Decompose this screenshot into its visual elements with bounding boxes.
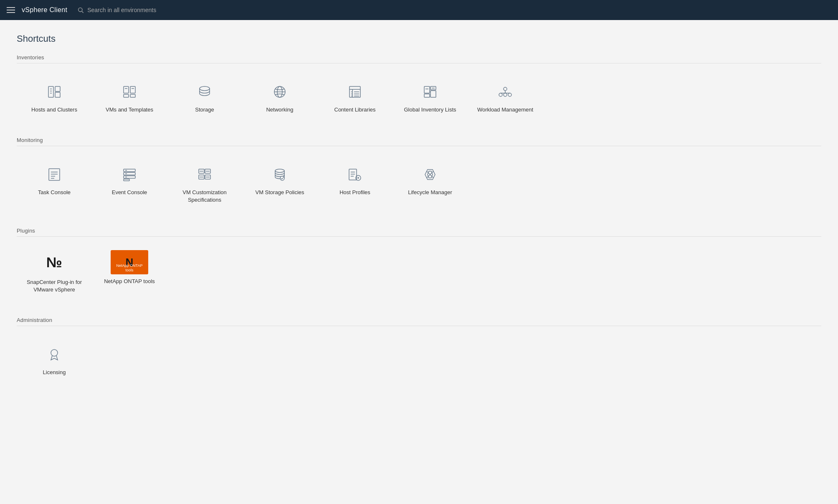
networking-icon	[270, 82, 290, 102]
shortcut-snapcenter[interactable]: № SnapCenter Plug-in forVMware vSphere	[17, 247, 92, 302]
shortcut-global-inventory[interactable]: Global Inventory Lists	[392, 73, 468, 122]
svg-point-34	[499, 93, 502, 96]
content-libraries-label: Content Libraries	[334, 106, 376, 114]
section-divider-administration	[17, 326, 821, 326]
shortcut-storage[interactable]: Storage	[167, 73, 242, 122]
topbar: vSphere Client Search in all environment…	[0, 0, 838, 20]
event-console-label: Event Console	[112, 189, 147, 196]
svg-rect-2	[48, 86, 53, 97]
app-name: vSphere Client	[22, 6, 67, 14]
svg-point-62	[275, 169, 284, 172]
section-administration: Administration Licensing	[17, 317, 821, 385]
snapcenter-icon: №	[35, 250, 73, 275]
lifecycle-manager-icon	[420, 165, 440, 185]
svg-rect-27	[424, 86, 430, 93]
event-console-icon	[119, 165, 139, 185]
search-placeholder: Search in all environments	[87, 7, 156, 13]
host-profiles-icon	[345, 165, 365, 185]
svg-point-36	[504, 93, 507, 96]
shortcut-netapp-ontap[interactable]: N NetApp ONTAP tools NetApp ONTAP tools	[92, 247, 167, 302]
svg-point-14	[200, 86, 210, 91]
section-monitoring: Monitoring Task Console	[17, 137, 821, 212]
section-inventories: Inventories Hosts and Clusters	[17, 54, 821, 122]
section-divider-inventories	[17, 63, 821, 63]
content-libraries-icon	[345, 82, 365, 102]
netapp-tile-label: NetApp ONTAP tools	[111, 263, 148, 273]
section-label-monitoring: Monitoring	[17, 137, 821, 143]
shortcut-networking[interactable]: Networking	[242, 73, 317, 122]
shortcut-workload-management[interactable]: Workload Management	[468, 73, 543, 122]
search-bar[interactable]: Search in all environments	[77, 7, 156, 13]
section-divider-monitoring	[17, 146, 821, 146]
svg-rect-10	[124, 94, 129, 97]
vms-templates-icon	[119, 82, 139, 102]
section-divider-plugins	[17, 236, 821, 237]
svg-rect-4	[55, 92, 60, 97]
shortcut-host-profiles[interactable]: Host Profiles	[317, 156, 392, 212]
storage-icon	[195, 82, 215, 102]
svg-rect-64	[349, 169, 357, 180]
global-inventory-label: Global Inventory Lists	[404, 106, 456, 114]
workload-management-icon	[495, 82, 515, 102]
netapp-tile: N NetApp ONTAP tools	[111, 250, 148, 274]
hosts-clusters-icon	[44, 82, 64, 102]
shortcut-licensing[interactable]: Licensing	[17, 336, 92, 385]
licensing-icon	[44, 344, 64, 365]
shortcut-hosts-clusters[interactable]: Hosts and Clusters	[17, 73, 92, 122]
vms-templates-label: VMs and Templates	[106, 106, 153, 114]
section-label-plugins: Plugins	[17, 228, 821, 234]
svg-point-35	[508, 93, 511, 96]
section-label-inventories: Inventories	[17, 54, 821, 61]
shortcut-task-console[interactable]: Task Console	[17, 156, 92, 212]
svg-point-0	[78, 8, 82, 12]
administration-grid: Licensing	[17, 336, 821, 385]
svg-rect-8	[124, 86, 129, 93]
lifecycle-manager-label: Lifecycle Manager	[408, 189, 452, 196]
vm-storage-policies-label: VM Storage Policies	[255, 189, 304, 196]
shortcut-vm-customization[interactable]: VM CustomizationSpecifications	[167, 156, 242, 212]
svg-point-73	[51, 350, 58, 356]
svg-rect-30	[430, 91, 436, 97]
licensing-label: Licensing	[43, 369, 66, 376]
vm-storage-policies-icon	[270, 165, 290, 185]
svg-rect-9	[130, 86, 135, 93]
svg-line-1	[82, 11, 84, 13]
networking-label: Networking	[266, 106, 293, 114]
shortcut-vm-storage-policies[interactable]: VM Storage Policies	[242, 156, 317, 212]
page-title: Shortcuts	[17, 33, 821, 44]
hosts-clusters-label: Hosts and Clusters	[31, 106, 77, 114]
host-profiles-label: Host Profiles	[339, 189, 370, 196]
main-content: Shortcuts Inventories Hosts and Clusters	[0, 20, 838, 504]
svg-rect-11	[130, 94, 135, 97]
task-console-icon	[44, 165, 64, 185]
svg-rect-28	[424, 94, 430, 97]
svg-rect-3	[55, 86, 60, 91]
inventories-grid: Hosts and Clusters VMs and Templates	[17, 73, 821, 122]
section-label-administration: Administration	[17, 317, 821, 323]
netapp-label: NetApp ONTAP tools	[104, 278, 155, 285]
shortcut-vms-templates[interactable]: VMs and Templates	[92, 73, 167, 122]
svg-point-33	[504, 87, 507, 91]
section-plugins: Plugins № SnapCenter Plug-in forVMware v…	[17, 228, 821, 302]
search-icon	[77, 7, 84, 13]
storage-label: Storage	[195, 106, 214, 114]
task-console-label: Task Console	[38, 189, 71, 196]
svg-rect-50	[124, 179, 129, 181]
shortcut-lifecycle-manager[interactable]: Lifecycle Manager	[392, 156, 468, 212]
plugins-grid: № SnapCenter Plug-in forVMware vSphere N…	[17, 247, 821, 302]
snapcenter-label: SnapCenter Plug-in forVMware vSphere	[27, 279, 82, 294]
monitoring-grid: Task Console Event Console	[17, 156, 821, 212]
vm-customization-label: VM CustomizationSpecifications	[182, 189, 226, 204]
workload-management-label: Workload Management	[477, 106, 533, 114]
shortcut-content-libraries[interactable]: Content Libraries	[317, 73, 392, 122]
global-inventory-icon	[420, 82, 440, 102]
shortcut-event-console[interactable]: Event Console	[92, 156, 167, 212]
vm-customization-icon	[195, 165, 215, 185]
svg-rect-42	[49, 169, 60, 180]
menu-icon[interactable]	[7, 7, 15, 13]
